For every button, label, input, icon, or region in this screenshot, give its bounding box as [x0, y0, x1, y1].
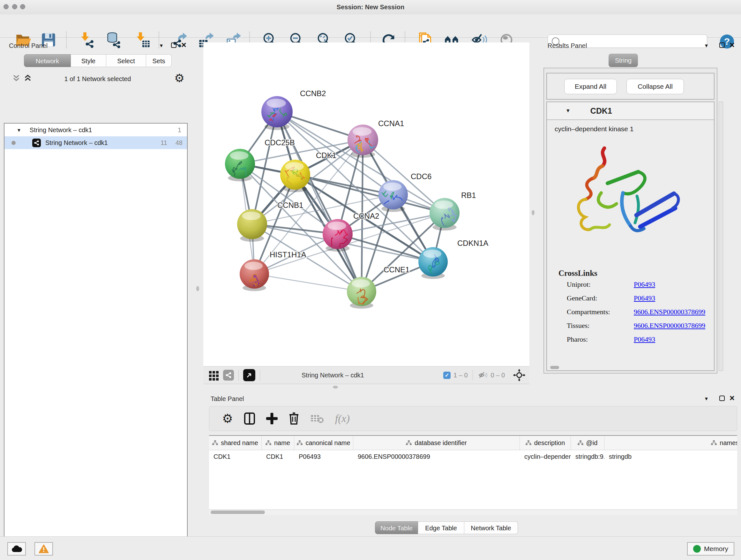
network-row[interactable]: String Network – cdk1 11 48: [4, 136, 187, 149]
column-header-shared-name[interactable]: shared name: [209, 436, 262, 450]
tab-select[interactable]: Select: [106, 54, 146, 67]
cell-description[interactable]: cyclin–dependent ...: [520, 453, 571, 460]
cell-name[interactable]: CDK1: [262, 453, 294, 460]
table-settings-gear-icon[interactable]: ⚙: [222, 413, 233, 425]
birds-eye-view-icon[interactable]: [243, 369, 255, 381]
node-CCNE1[interactable]: CCNE1: [347, 265, 409, 312]
title-bar: Session: New Session: [0, 0, 741, 14]
delete-column-trash-icon[interactable]: [288, 412, 299, 425]
network-view-toolbar: String Network – cdk1 ✓ 1 – 0 0 – 0: [203, 366, 529, 384]
pan-crosshair-icon[interactable]: [513, 369, 526, 381]
tab-string[interactable]: String: [609, 54, 638, 67]
tab-sets[interactable]: Sets: [146, 54, 172, 67]
edge-CCNE1-HIST1H1A[interactable]: [254, 274, 361, 292]
node-label-CDC25B: CDC25B: [265, 138, 295, 147]
show-columns-icon[interactable]: [244, 412, 255, 425]
node-table: shared namenamecanonical namedatabase id…: [209, 435, 737, 509]
current-network-dot-icon: [11, 141, 16, 145]
network-edge-count: 48: [176, 139, 183, 146]
protein-structure-image: [556, 135, 684, 263]
horizontal-splitter-handle[interactable]: [333, 386, 338, 388]
node-HIST1H1A[interactable]: HIST1H1A: [240, 250, 307, 295]
table-header-row: shared namenamecanonical namedatabase id…: [209, 436, 737, 450]
network-label: String Network – cdk1: [45, 139, 108, 146]
crosslinks-list: Uniprot:P06493GeneCard:P06493Compartment…: [567, 280, 714, 344]
cell-canonical-name[interactable]: P06493: [294, 453, 353, 460]
table-hscrollbar[interactable]: [209, 509, 737, 515]
tab-network[interactable]: Network: [24, 54, 71, 67]
right-splitter-handle[interactable]: [532, 210, 535, 215]
expand-all-button[interactable]: Expand All: [564, 79, 617, 94]
results-panel-float-icon[interactable]: [719, 43, 725, 48]
column-header-database-identifier[interactable]: database identifier: [353, 436, 520, 450]
tab-edge-table[interactable]: Edge Table: [418, 521, 464, 534]
delete-table-icon-disabled: [310, 413, 324, 424]
results-panel-close-icon[interactable]: ×: [730, 43, 735, 48]
table-toolbar: ⚙ f(x): [209, 406, 737, 431]
hidden-eye-icon[interactable]: [478, 370, 488, 380]
column-header--id[interactable]: @id: [571, 436, 604, 450]
network-node-count: 11: [160, 139, 167, 146]
column-header-namespace[interactable]: namespace: [604, 436, 737, 450]
collapse-all-button[interactable]: Collapse All: [626, 79, 684, 94]
column-header-name[interactable]: name: [262, 436, 294, 450]
column-header-label: shared name: [221, 439, 258, 447]
crosslink-value-link[interactable]: P06493: [634, 335, 655, 344]
crosslinks-heading: CrossLinks: [558, 269, 714, 278]
node-CDKN1A[interactable]: CDKN1A: [418, 239, 488, 279]
network-tree: ▼ String Network – cdk1 1 String Network…: [4, 123, 188, 560]
column-header-canonical-name[interactable]: canonical name: [294, 436, 353, 450]
control-panel-menu-caret-icon[interactable]: ▼: [159, 43, 164, 48]
control-panel-close-icon[interactable]: ×: [181, 43, 186, 48]
grid-view-icon[interactable]: [208, 370, 219, 381]
network-share-view-icon[interactable]: [223, 370, 234, 381]
tab-network-table[interactable]: Network Table: [464, 521, 518, 534]
tab-style[interactable]: Style: [71, 54, 106, 67]
node-RB1[interactable]: RB1: [429, 191, 476, 231]
table-row[interactable]: CDK1CDK1P064939606.ENSP00000378699cyclin…: [209, 450, 737, 463]
add-column-icon[interactable]: [266, 413, 278, 424]
window-title: Session: New Session: [0, 3, 741, 11]
cell--id[interactable]: stringdb:9...: [571, 453, 604, 460]
cell-namespace[interactable]: stringdb: [604, 453, 737, 460]
column-header-label: namespace: [720, 439, 737, 447]
table-hscroll-thumb[interactable]: [211, 510, 265, 514]
results-hscroll-thumb[interactable]: [550, 366, 559, 369]
memory-label: Memory: [704, 545, 728, 553]
left-splitter-handle[interactable]: [196, 286, 199, 291]
node-CDK1[interactable]: CDK1: [280, 151, 336, 192]
crosslink-value-link[interactable]: P06493: [634, 280, 655, 289]
warning-status-button[interactable]: [35, 542, 53, 556]
memory-status-dot-icon: [693, 545, 701, 553]
tree-expand-caret-icon[interactable]: ▼: [17, 127, 21, 133]
table-panel-close-icon[interactable]: ×: [730, 395, 735, 401]
cell-database-identifier[interactable]: 9606.ENSP00000378699: [353, 453, 520, 460]
control-panel-float-icon[interactable]: [171, 43, 177, 48]
memory-button[interactable]: Memory: [687, 542, 734, 556]
crosslink-value-link[interactable]: P06493: [634, 294, 655, 302]
protein-card-header[interactable]: ▼ CDK1: [547, 102, 714, 120]
crosslink-value-link[interactable]: 9606.ENSP00000378699: [634, 321, 705, 330]
column-header-description[interactable]: description: [520, 436, 571, 450]
control-panel-tabs: Network Style Select Sets: [24, 54, 172, 67]
selected-checkbox-icon[interactable]: ✓: [443, 372, 451, 379]
hidden-node-edge-count: 0 – 0: [491, 372, 505, 379]
table-panel-menu-caret-icon[interactable]: ▼: [704, 396, 709, 401]
cloud-icon: [11, 545, 22, 553]
results-vscrollbar[interactable]: [719, 102, 723, 371]
network-canvas[interactable]: CCNB2CCNA1CDC25BCDK1CDC6RB1CCNB1CCNA2CDK…: [203, 43, 529, 366]
table-panel-float-icon[interactable]: [719, 395, 725, 401]
protein-card-caret-icon[interactable]: ▼: [565, 108, 570, 114]
network-options-gear-icon[interactable]: ⚙: [174, 71, 185, 85]
crosslink-value-link[interactable]: 9606.ENSP00000378699: [634, 308, 705, 316]
table-panel-title: Table Panel: [211, 395, 244, 402]
tab-node-table[interactable]: Node Table: [375, 521, 418, 534]
network-view-title: String Network – cdk1: [301, 372, 364, 379]
results-panel-menu-caret-icon[interactable]: ▼: [704, 43, 709, 48]
cell-shared-name[interactable]: CDK1: [209, 453, 262, 460]
network-collection-row[interactable]: ▼ String Network – cdk1 1: [4, 124, 187, 136]
node-CCNA2[interactable]: CCNA2: [323, 212, 379, 252]
string-network-graph[interactable]: CCNB2CCNA1CDC25BCDK1CDC6RB1CCNB1CCNA2CDK…: [203, 43, 529, 366]
cloud-status-button[interactable]: [7, 542, 26, 556]
crosslink-label: GeneCard:: [567, 294, 634, 302]
